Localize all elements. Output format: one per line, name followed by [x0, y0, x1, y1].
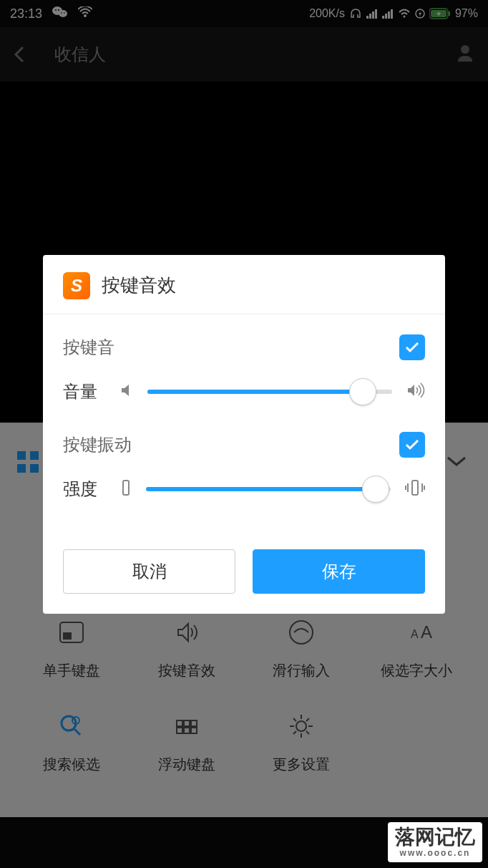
save-label: 保存	[322, 560, 356, 583]
sogou-logo: S	[63, 272, 90, 299]
volume-slider[interactable]	[147, 377, 392, 406]
modal-overlay[interactable]: S 按键音效 按键音 音量	[0, 0, 488, 868]
save-button[interactable]: 保存	[253, 549, 425, 594]
svg-rect-44	[123, 481, 129, 495]
volume-low-icon	[120, 383, 133, 400]
vibration-high-icon	[405, 479, 425, 499]
volume-high-icon	[406, 382, 425, 402]
volume-label: 音量	[63, 380, 106, 403]
vibration-label: 按键振动	[63, 433, 132, 456]
key-sound-checkbox[interactable]	[399, 334, 425, 360]
watermark: 落网记忆 www.oooc.cn	[388, 822, 482, 862]
cancel-label: 取消	[132, 560, 167, 583]
sound-settings-modal: S 按键音效 按键音 音量	[43, 255, 445, 614]
modal-title: 按键音效	[102, 273, 176, 298]
strength-slider[interactable]	[146, 475, 391, 503]
svg-rect-45	[412, 481, 418, 495]
modal-header: S 按键音效	[43, 255, 445, 314]
watermark-main: 落网记忆	[395, 826, 475, 849]
strength-label: 强度	[63, 478, 106, 501]
key-sound-label: 按键音	[63, 336, 114, 359]
watermark-sub: www.oooc.cn	[400, 849, 471, 858]
cancel-button[interactable]: 取消	[63, 549, 235, 594]
vibration-low-icon	[120, 479, 132, 499]
vibration-checkbox[interactable]	[399, 432, 425, 458]
